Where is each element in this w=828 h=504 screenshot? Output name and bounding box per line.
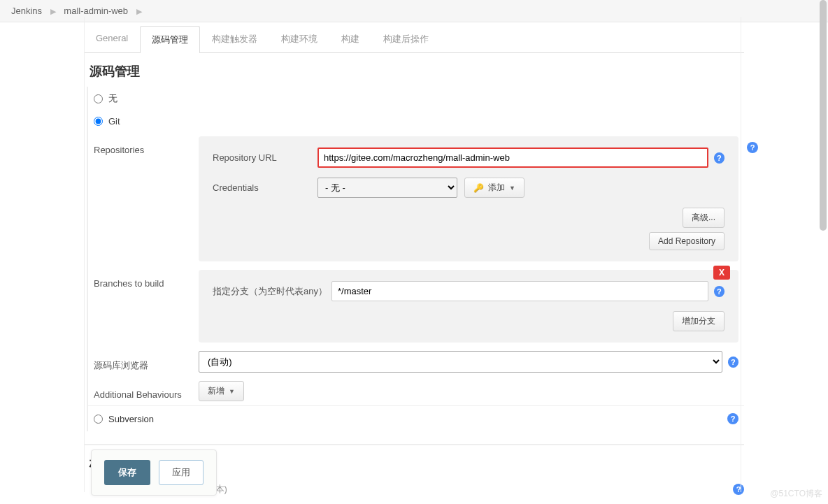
repo-browser-label: 源码库浏览器 (94, 351, 199, 373)
config-tabs: General 源码管理 构建触发器 构建环境 构建 构建后操作 (84, 25, 744, 53)
watermark: @51CTO博客 (770, 488, 822, 500)
help-icon[interactable]: ? (728, 357, 739, 368)
tab-scm[interactable]: 源码管理 (140, 26, 200, 53)
caret-down-icon: ▼ (229, 388, 235, 395)
add-credentials-label: 添加 (488, 182, 505, 194)
radio-scm-svn[interactable] (94, 415, 103, 424)
breadcrumb-root[interactable]: Jenkins (11, 6, 42, 16)
chevron-right-icon: ▶ (50, 7, 56, 15)
breadcrumb: Jenkins ▶ mall-admin-web ▶ (0, 0, 828, 22)
delete-branch-button[interactable]: X (713, 266, 730, 280)
add-repository-button[interactable]: Add Repository (649, 232, 724, 250)
credentials-label: Credentials (213, 182, 317, 193)
scrollbar-vertical[interactable] (820, 0, 827, 231)
branches-panel: X 指定分支（为空时代表any） ? 增加分支 (199, 270, 738, 343)
tab-build-env[interactable]: 构建环境 (269, 25, 329, 52)
add-behaviour-button[interactable]: 新增 ▼ (199, 381, 244, 401)
help-icon[interactable]: ? (733, 484, 744, 495)
repo-url-label: Repository URL (213, 152, 317, 163)
save-bar: 保存 应用 (91, 449, 217, 496)
help-icon[interactable]: ? (714, 286, 724, 297)
tab-triggers[interactable]: 构建触发器 (200, 25, 269, 52)
tab-post-build[interactable]: 构建后操作 (371, 25, 441, 52)
credentials-select[interactable]: - 无 - (317, 178, 457, 198)
breadcrumb-project[interactable]: mall-admin-web (64, 6, 128, 16)
caret-down-icon: ▼ (509, 185, 515, 192)
repositories-label: Repositories (94, 136, 199, 261)
add-credentials-button[interactable]: 🔑 添加 ▼ (464, 178, 524, 198)
repo-browser-select[interactable]: (自动) (199, 351, 722, 373)
tab-general[interactable]: General (84, 25, 140, 52)
add-branch-button[interactable]: 增加分支 (673, 311, 724, 331)
branch-spec-input[interactable] (331, 281, 708, 301)
advanced-button[interactable]: 高级... (683, 208, 724, 228)
help-icon[interactable]: ? (727, 413, 738, 424)
branch-spec-label: 指定分支（为空时代表any） (213, 285, 331, 298)
radio-scm-git[interactable] (94, 117, 103, 126)
key-icon: 🔑 (473, 183, 484, 193)
help-icon[interactable]: ? (747, 142, 758, 153)
section-title-scm: 源码管理 (84, 53, 744, 87)
tab-build[interactable]: 构建 (329, 25, 371, 52)
chevron-right-icon: ▶ (136, 7, 142, 15)
repo-url-input[interactable] (317, 147, 708, 168)
save-button[interactable]: 保存 (104, 460, 150, 485)
repositories-panel: Repository URL ? Credentials - 无 - (199, 136, 738, 261)
help-icon[interactable]: ? (714, 152, 724, 164)
radio-scm-none[interactable] (94, 94, 103, 103)
behaviours-label: Additional Behaviours (94, 381, 199, 401)
branches-label: Branches to build (94, 270, 199, 343)
radio-label-none: 无 (108, 92, 117, 105)
apply-button[interactable]: 应用 (159, 460, 204, 485)
radio-label-svn: Subversion (108, 414, 154, 424)
radio-label-git: Git (108, 116, 120, 127)
